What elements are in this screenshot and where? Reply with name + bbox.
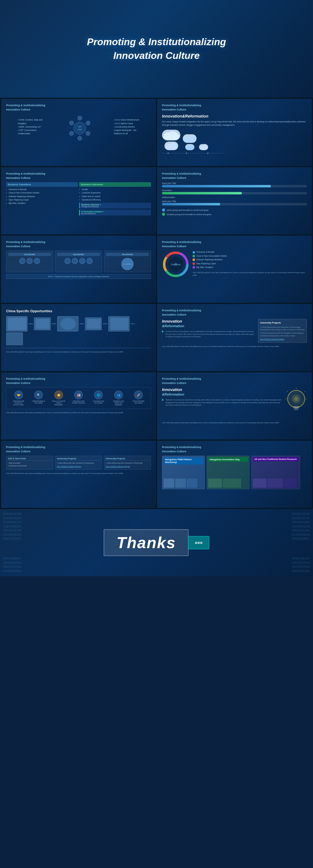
ir-arrow-text: At Puch & Puch Consultants, we are dedic… — [162, 330, 255, 338]
svg-point-32 — [168, 153, 169, 154]
svg-point-33 — [186, 153, 187, 154]
slide-10-ir: Innovation &Reformation Website has exte… — [162, 387, 307, 419]
accel-circle-1c — [34, 258, 40, 264]
cloud-svg-5 — [199, 144, 208, 150]
slide-5: Promoting & Institutionalizing Innovatio… — [1, 236, 156, 303]
slide-3: Promoting & Institutionalizing Innovatio… — [1, 167, 156, 235]
uni-header: University Projects — [260, 321, 305, 324]
slide-1-title2: Innovation Culture — [6, 108, 151, 112]
slide-8-title: Promoting & Institutionalizing — [162, 309, 307, 313]
biz-item-5: Big Data / Analytics — [6, 202, 78, 205]
collage-small-5 — [223, 478, 241, 488]
slide-6-title2: Innovation Culture — [162, 245, 307, 248]
right-item-2: • #1 in Hybrid Cloud — [114, 122, 139, 125]
photo-svg-2 — [34, 317, 51, 330]
slide-4-title: Promoting & Institutionalizing — [162, 172, 307, 176]
collage-container: Hangzhou P&B Patient Workshop Hangzhou I… — [162, 456, 307, 489]
slide-8-footer: Over 400,000 patients have been benefiti… — [162, 345, 307, 348]
slide-2-main-title: Innovation&Reformation — [162, 114, 307, 118]
cloud-svg-3 — [183, 134, 197, 143]
china-photo-6 — [6, 332, 23, 345]
slide-5-title2: Innovation Culture — [6, 245, 151, 248]
slide-3-content: Business Transitions Outcomes & Results … — [6, 182, 151, 215]
svg-point-30 — [202, 145, 208, 150]
svg-rect-62 — [294, 408, 298, 409]
slide-11-footer: Over 400,000 patients have been benefiti… — [6, 472, 151, 474]
donut-label-4: Data Replacing Capex — [193, 262, 307, 265]
slide-5-title: Promoting & Institutionalizing — [6, 241, 151, 244]
collage-small-2 — [175, 478, 186, 488]
china-photo-2 — [34, 317, 51, 330]
svg-point-42 — [174, 263, 177, 266]
slide-6: Promoting & Institutionalizing Innovatio… — [157, 236, 312, 303]
slide-9-title2: Innovation Culture — [6, 381, 151, 385]
progress-label-3: &Reformation — [162, 196, 307, 198]
focus-label-1: Interacting with Partners & Account team — [11, 400, 25, 406]
svg-rect-46 — [36, 319, 50, 329]
focus-label-5: Leverage local eco system — [92, 400, 106, 404]
focus-icon-1: 🤝 — [15, 391, 23, 399]
fund-col-text-2: • Online Mentorship with University of T… — [57, 462, 100, 468]
collage-small-4 — [208, 478, 222, 488]
biz-item-1: Outcomes & Results — [6, 188, 78, 191]
fund-col-title-1: ASP & Tech Fund — [8, 458, 51, 461]
donut-label-2: Cloud & New Consumption Models — [193, 254, 307, 257]
focus-item-5: 🌐 Leverage local eco system — [92, 391, 106, 406]
slide-7: China Specific Opportunities — [1, 304, 156, 371]
focus-item-6: 👥 Develop Local Talent and Expertise — [112, 391, 125, 406]
age-dot-1 — [162, 209, 165, 212]
binary-bottom-right: 1010110010101010011010101100101010101010… — [292, 557, 310, 573]
photo-svg-5 — [109, 316, 129, 332]
uni-link-1[interactable]: iEco Global & Industry Report — [260, 338, 305, 341]
svg-point-7 — [69, 131, 74, 135]
binary-bottom-left: 0101101001110100101010010101101011010100… — [3, 557, 21, 573]
slide-8-right: University Projects • Online Mentorship … — [258, 319, 307, 343]
collage-item-3: US and Non-Traditional Student Research — [251, 456, 300, 489]
slide-2-title: Promoting & Institutionalizing — [162, 104, 307, 107]
svg-line-57 — [305, 391, 305, 392]
thanks-slide: 0101011010010101011010011010101101101010… — [0, 509, 313, 576]
slide-6-title: Promoting & Institutionalizing — [162, 241, 307, 244]
biz-table: Business Transitions Outcomes & Results … — [6, 182, 151, 215]
slide-11-title2: Innovation Culture — [6, 450, 151, 454]
slide-1-content: • CCM: Content, Data andAnalytics • M2M:… — [6, 115, 151, 139]
biz-col1-header: Business Transitions — [6, 182, 78, 187]
donut-dot-2 — [193, 255, 195, 257]
collage-small-imgs-3 — [253, 478, 298, 488]
slide-10-footer: Over 400,000 patients have been benefiti… — [162, 422, 307, 424]
photo-svg-3 — [57, 316, 78, 332]
biz-outcome-2: Customer Experience — [79, 191, 151, 194]
photo-svg-6 — [6, 332, 23, 345]
slide-1: Promoting & Institutionalizing Innovatio… — [1, 99, 156, 166]
donut-dot-1 — [193, 251, 195, 254]
cloud-svg-4 — [185, 144, 194, 150]
svg-rect-50 — [87, 319, 101, 329]
slide-7-content: Over 600,000 patients have been benefiti… — [6, 316, 151, 353]
uni-link-2[interactable]: iEco Global & Industry Report — [57, 465, 81, 467]
slide-4: Promoting & Institutionalizing Innovatio… — [157, 167, 312, 235]
slide-4-title2: Innovation Culture — [162, 177, 307, 180]
uni-item-1: • Online Mentorship with University of T… — [260, 326, 305, 331]
svg-point-0 — [74, 122, 86, 134]
donut-diagram: Outcomes — [162, 251, 190, 279]
focus-label-3: Focus on Local & Critical Parameters — [52, 400, 65, 406]
outcome-box-2: IT Innovation Initiative = Run the Busin… — [79, 210, 151, 215]
age-dot-2 — [162, 213, 165, 216]
svg-point-34 — [207, 153, 208, 154]
donut-footer: Over 400,000 patients have been benefiti… — [193, 271, 307, 277]
slide-3-title2: Innovation Culture — [6, 177, 151, 180]
timeline-base — [6, 348, 151, 348]
timeline-segment-5 — [131, 323, 135, 324]
collage-label-text-3: US and Non-Traditional Student Research — [253, 457, 298, 461]
accel-circle-1a — [19, 258, 25, 264]
donut-label-5: Big Data / Analytics — [193, 266, 307, 269]
uni-link-3[interactable]: iEco Global & Industry Report — [106, 465, 130, 467]
svg-rect-61 — [293, 406, 299, 408]
focus-item-7: 🚀 China Flexibility and Speed — [132, 391, 145, 406]
slide-8-left: Innovation &Reformation At Puch & Puch C… — [162, 319, 255, 343]
slide-3-title: Promoting & Institutionalizing — [6, 172, 151, 176]
accel-footer: AECS + Software Hardware Services Applic… — [6, 274, 151, 279]
cloud-4 — [185, 144, 194, 150]
accel-header-1: Accelerate — [8, 253, 51, 256]
cloud-2 — [165, 142, 178, 150]
